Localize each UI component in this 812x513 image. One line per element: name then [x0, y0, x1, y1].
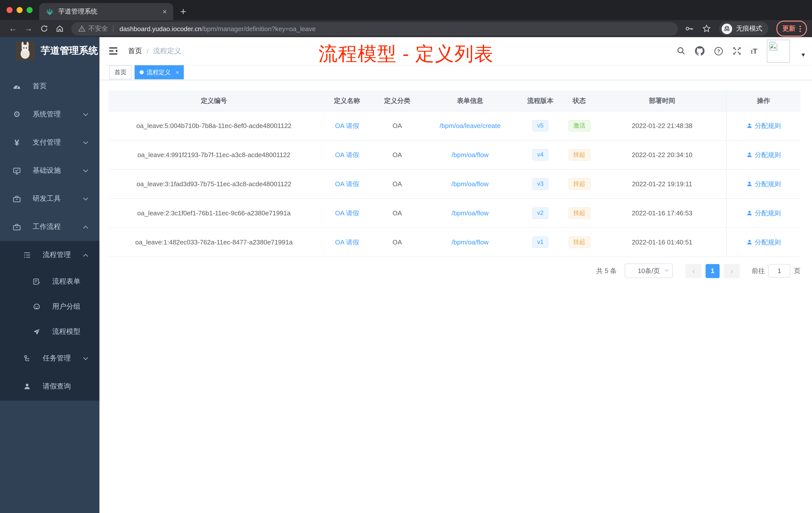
- password-key-icon[interactable]: [685, 24, 694, 33]
- tag-process-definition[interactable]: 流程定义 ×: [135, 65, 184, 79]
- incognito-badge: 无痕模式: [719, 22, 768, 36]
- deploy-time: 2022-01-22 20:34:10: [598, 141, 726, 169]
- page-content: 定义编号 定义名称 定义分类 表单信息 流程版本 状态 部署时间 操作 oa_l…: [99, 80, 812, 513]
- new-tab-button[interactable]: +: [180, 6, 186, 17]
- tag-home[interactable]: 首页: [110, 65, 132, 79]
- deploy-time: 2022-01-22 21:48:38: [598, 112, 726, 140]
- form-link[interactable]: /bpm/oa/flow: [452, 180, 488, 188]
- form-link[interactable]: /bpm/oa/flow: [452, 238, 488, 246]
- sidebar-item-process-model[interactable]: 流程模型: [0, 319, 99, 344]
- breadcrumb-home[interactable]: 首页: [128, 47, 142, 56]
- active-dot: [140, 70, 144, 74]
- avatar-caret-icon[interactable]: ▼: [801, 52, 806, 58]
- fullscreen-icon[interactable]: [733, 47, 742, 55]
- tree-list-icon: [23, 251, 31, 259]
- assign-rule-link[interactable]: 分配规则: [746, 238, 781, 247]
- goto-page: 前往 1 页: [752, 264, 801, 278]
- toolbox-icon: [12, 194, 21, 203]
- definition-name-link[interactable]: OA 请假: [335, 209, 359, 218]
- definition-id: oa_leave:2:3c1f0ef1-76b1-11ec-9c66-a2380…: [109, 199, 319, 228]
- paper-plane-icon: [32, 328, 41, 336]
- github-icon[interactable]: [695, 46, 705, 56]
- breadcrumb-current: 流程定义: [153, 47, 181, 56]
- definition-name-link[interactable]: OA 请假: [335, 121, 359, 130]
- reload-button[interactable]: [36, 24, 52, 33]
- next-page-button[interactable]: ›: [724, 264, 740, 278]
- definition-category: OA: [375, 170, 420, 198]
- current-page-button[interactable]: 1: [705, 264, 720, 278]
- breadcrumb-separator: /: [147, 47, 149, 55]
- sidebar-item-process-management[interactable]: 流程管理: [0, 241, 99, 269]
- back-button[interactable]: ←: [5, 25, 21, 33]
- definition-name-link[interactable]: OA 请假: [335, 179, 359, 188]
- col-process-version: 流程版本: [520, 90, 560, 111]
- deploy-time: 2022-01-22 19:19:11: [598, 170, 726, 198]
- chevron-down-icon: [83, 141, 88, 144]
- sidebar-item-system[interactable]: ⚙ 系统管理: [0, 100, 99, 128]
- version-badge: v5: [532, 120, 548, 131]
- close-window-button[interactable]: [6, 7, 12, 13]
- avatar[interactable]: [767, 39, 790, 62]
- sidebar-item-task-management[interactable]: 任务管理: [0, 344, 99, 372]
- version-badge: v4: [532, 149, 548, 161]
- sidebar-logo[interactable]: 芋道管理系统: [0, 37, 99, 64]
- sidebar-toggle-icon[interactable]: [107, 47, 120, 55]
- tag-close-icon[interactable]: ×: [176, 69, 179, 75]
- main-area: 首页 / 流程定义 ?: [99, 37, 812, 513]
- sidebar-item-payment[interactable]: ¥ 支付管理: [0, 128, 99, 157]
- table-row: oa_leave:4:991f2193-7b7f-11ec-a3c8-acde4…: [109, 141, 801, 170]
- face-icon: [32, 302, 41, 311]
- table-row: oa_leave:2:3c1f0ef1-76b1-11ec-9c66-a2380…: [109, 199, 801, 228]
- form-link[interactable]: /bpm/oa/flow: [452, 151, 488, 159]
- yen-icon: ¥: [12, 138, 21, 147]
- definition-name-link[interactable]: OA 请假: [335, 150, 359, 159]
- sidebar-item-workflow[interactable]: 工作流程: [0, 213, 99, 241]
- page-size-select[interactable]: 10条/页: [625, 264, 673, 278]
- version-badge: v3: [532, 178, 548, 190]
- monitor-icon: [12, 167, 21, 175]
- browser-menu-icon[interactable]: [800, 25, 801, 32]
- forward-button[interactable]: →: [21, 25, 36, 33]
- bookmark-star-icon[interactable]: [702, 24, 711, 33]
- search-icon[interactable]: [677, 47, 686, 55]
- definition-category: OA: [375, 141, 420, 169]
- minimize-window-button[interactable]: [17, 7, 23, 13]
- definition-name-link[interactable]: OA 请假: [335, 238, 359, 247]
- col-form-info: 表单信息: [420, 90, 520, 111]
- tab-close-icon[interactable]: ×: [161, 7, 168, 16]
- sidebar-item-dev-tools[interactable]: 研发工具: [0, 185, 99, 213]
- zoom-window-button[interactable]: [27, 7, 33, 13]
- font-size-icon[interactable]: tT: [751, 47, 757, 55]
- update-browser-button[interactable]: 更新: [776, 21, 807, 37]
- toolbox-icon: [12, 222, 21, 231]
- toolbar-right: 无痕模式 更新: [685, 21, 807, 37]
- sidebar-item-process-form[interactable]: 流程表单: [0, 269, 99, 294]
- browser-toolbar: ← → 不安全 dashboard.yudao.iocoder.cn/bpm/m…: [0, 20, 812, 37]
- assign-rule-link[interactable]: 分配规则: [746, 209, 781, 218]
- branch-tree-icon: [23, 354, 31, 363]
- incognito-label: 无痕模式: [736, 24, 762, 33]
- sidebar-item-leave-query[interactable]: 请假查询: [0, 372, 99, 400]
- goto-page-input[interactable]: 1: [768, 264, 790, 278]
- assign-rule-link[interactable]: 分配规则: [746, 121, 781, 130]
- deploy-time: 2022-01-16 17:46:53: [598, 199, 726, 228]
- security-label[interactable]: 不安全: [88, 24, 108, 33]
- status-badge: 激活: [568, 120, 590, 131]
- sidebar-item-home[interactable]: 首页: [0, 72, 99, 100]
- table-header: 定义编号 定义名称 定义分类 表单信息 流程版本 状态 部署时间 操作: [109, 90, 801, 112]
- page-overlay-title: 流程模型 - 定义列表: [318, 41, 494, 67]
- browser-chrome: 芋道管理系统 × + ← → 不安全 dashboard.yudao.iocod…: [0, 0, 812, 37]
- assign-rule-link[interactable]: 分配规则: [746, 179, 781, 188]
- form-link[interactable]: /bpm/oa/leave/create: [440, 122, 501, 129]
- assign-rule-link[interactable]: 分配规则: [746, 150, 781, 159]
- help-icon[interactable]: ?: [714, 47, 723, 56]
- browser-tab[interactable]: 芋道管理系统 ×: [39, 3, 173, 20]
- address-bar[interactable]: 不安全 dashboard.yudao.iocoder.cn/bpm/manag…: [71, 22, 678, 35]
- sidebar-item-infrastructure[interactable]: 基础设施: [0, 157, 99, 185]
- sidebar-item-user-group[interactable]: 用户分组: [0, 294, 99, 319]
- chevron-up-icon: [83, 225, 88, 229]
- home-button[interactable]: [52, 24, 67, 33]
- table-row: oa_leave:3:1fad3d93-7b75-11ec-a3c8-acde4…: [109, 170, 801, 199]
- prev-page-button[interactable]: ‹: [686, 264, 701, 278]
- form-link[interactable]: /bpm/oa/flow: [452, 209, 488, 217]
